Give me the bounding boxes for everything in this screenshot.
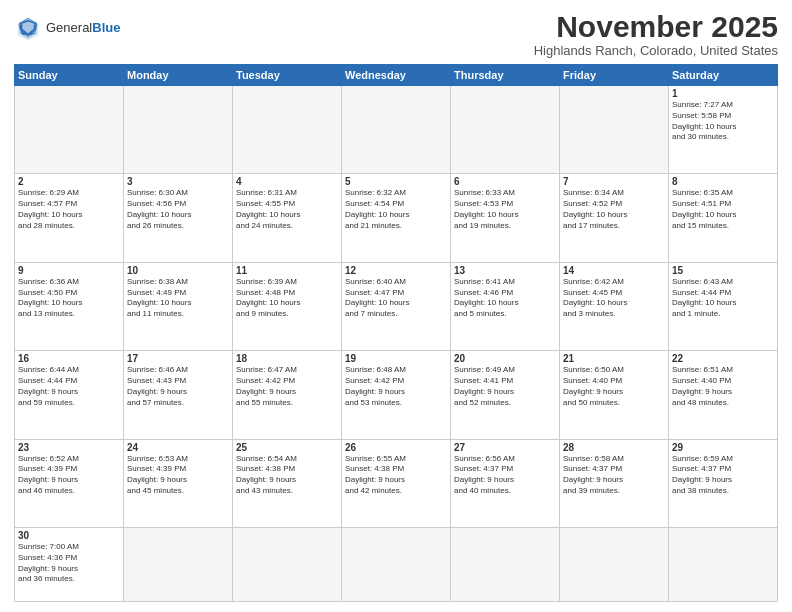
day-number: 18 (236, 353, 338, 364)
day-info: Sunrise: 6:29 AM Sunset: 4:57 PM Dayligh… (18, 188, 120, 231)
calendar-cell: 10Sunrise: 6:38 AM Sunset: 4:49 PM Dayli… (124, 262, 233, 350)
day-info: Sunrise: 6:30 AM Sunset: 4:56 PM Dayligh… (127, 188, 229, 231)
calendar-cell: 15Sunrise: 6:43 AM Sunset: 4:44 PM Dayli… (669, 262, 778, 350)
day-number: 21 (563, 353, 665, 364)
calendar-cell: 20Sunrise: 6:49 AM Sunset: 4:41 PM Dayli… (451, 351, 560, 439)
calendar-header-thursday: Thursday (451, 65, 560, 86)
calendar-cell (560, 86, 669, 174)
day-number: 6 (454, 176, 556, 187)
calendar-cell: 18Sunrise: 6:47 AM Sunset: 4:42 PM Dayli… (233, 351, 342, 439)
day-number: 3 (127, 176, 229, 187)
day-number: 10 (127, 265, 229, 276)
day-number: 27 (454, 442, 556, 453)
calendar-cell: 3Sunrise: 6:30 AM Sunset: 4:56 PM Daylig… (124, 174, 233, 262)
day-info: Sunrise: 6:36 AM Sunset: 4:50 PM Dayligh… (18, 277, 120, 320)
title-area: November 2025 Highlands Ranch, Colorado,… (534, 10, 778, 58)
calendar-cell: 5Sunrise: 6:32 AM Sunset: 4:54 PM Daylig… (342, 174, 451, 262)
day-info: Sunrise: 6:32 AM Sunset: 4:54 PM Dayligh… (345, 188, 447, 231)
calendar-header-saturday: Saturday (669, 65, 778, 86)
calendar-cell: 4Sunrise: 6:31 AM Sunset: 4:55 PM Daylig… (233, 174, 342, 262)
calendar-week-row: 2Sunrise: 6:29 AM Sunset: 4:57 PM Daylig… (15, 174, 778, 262)
day-info: Sunrise: 6:47 AM Sunset: 4:42 PM Dayligh… (236, 365, 338, 408)
day-info: Sunrise: 7:27 AM Sunset: 5:58 PM Dayligh… (672, 100, 774, 143)
day-number: 28 (563, 442, 665, 453)
calendar-cell: 7Sunrise: 6:34 AM Sunset: 4:52 PM Daylig… (560, 174, 669, 262)
day-info: Sunrise: 6:51 AM Sunset: 4:40 PM Dayligh… (672, 365, 774, 408)
calendar-cell: 2Sunrise: 6:29 AM Sunset: 4:57 PM Daylig… (15, 174, 124, 262)
day-number: 25 (236, 442, 338, 453)
calendar-cell: 17Sunrise: 6:46 AM Sunset: 4:43 PM Dayli… (124, 351, 233, 439)
calendar-week-row: 23Sunrise: 6:52 AM Sunset: 4:39 PM Dayli… (15, 439, 778, 527)
calendar-cell: 19Sunrise: 6:48 AM Sunset: 4:42 PM Dayli… (342, 351, 451, 439)
day-info: Sunrise: 6:43 AM Sunset: 4:44 PM Dayligh… (672, 277, 774, 320)
day-info: Sunrise: 6:38 AM Sunset: 4:49 PM Dayligh… (127, 277, 229, 320)
day-info: Sunrise: 6:55 AM Sunset: 4:38 PM Dayligh… (345, 454, 447, 497)
day-number: 17 (127, 353, 229, 364)
page: GeneralBlue November 2025 Highlands Ranc… (0, 0, 792, 612)
calendar-cell: 26Sunrise: 6:55 AM Sunset: 4:38 PM Dayli… (342, 439, 451, 527)
calendar-week-row: 30Sunrise: 7:00 AM Sunset: 4:36 PM Dayli… (15, 528, 778, 602)
calendar-cell: 24Sunrise: 6:53 AM Sunset: 4:39 PM Dayli… (124, 439, 233, 527)
calendar-header-tuesday: Tuesday (233, 65, 342, 86)
day-info: Sunrise: 6:48 AM Sunset: 4:42 PM Dayligh… (345, 365, 447, 408)
day-number: 13 (454, 265, 556, 276)
calendar-cell (233, 86, 342, 174)
day-info: Sunrise: 6:34 AM Sunset: 4:52 PM Dayligh… (563, 188, 665, 231)
calendar-week-row: 1Sunrise: 7:27 AM Sunset: 5:58 PM Daylig… (15, 86, 778, 174)
day-number: 12 (345, 265, 447, 276)
logo: GeneralBlue (14, 14, 120, 42)
day-info: Sunrise: 6:49 AM Sunset: 4:41 PM Dayligh… (454, 365, 556, 408)
calendar-header-sunday: Sunday (15, 65, 124, 86)
calendar-cell: 27Sunrise: 6:56 AM Sunset: 4:37 PM Dayli… (451, 439, 560, 527)
calendar-cell: 1Sunrise: 7:27 AM Sunset: 5:58 PM Daylig… (669, 86, 778, 174)
calendar-cell (233, 528, 342, 602)
calendar-cell: 14Sunrise: 6:42 AM Sunset: 4:45 PM Dayli… (560, 262, 669, 350)
calendar-cell: 9Sunrise: 6:36 AM Sunset: 4:50 PM Daylig… (15, 262, 124, 350)
calendar-cell (451, 528, 560, 602)
day-info: Sunrise: 6:46 AM Sunset: 4:43 PM Dayligh… (127, 365, 229, 408)
calendar-cell: 29Sunrise: 6:59 AM Sunset: 4:37 PM Dayli… (669, 439, 778, 527)
day-info: Sunrise: 6:35 AM Sunset: 4:51 PM Dayligh… (672, 188, 774, 231)
header: GeneralBlue November 2025 Highlands Ranc… (14, 10, 778, 58)
day-number: 4 (236, 176, 338, 187)
calendar-week-row: 9Sunrise: 6:36 AM Sunset: 4:50 PM Daylig… (15, 262, 778, 350)
day-number: 20 (454, 353, 556, 364)
day-info: Sunrise: 6:52 AM Sunset: 4:39 PM Dayligh… (18, 454, 120, 497)
day-info: Sunrise: 6:41 AM Sunset: 4:46 PM Dayligh… (454, 277, 556, 320)
calendar-cell (124, 528, 233, 602)
day-number: 2 (18, 176, 120, 187)
logo-icon (14, 14, 42, 42)
day-info: Sunrise: 7:00 AM Sunset: 4:36 PM Dayligh… (18, 542, 120, 585)
day-info: Sunrise: 6:40 AM Sunset: 4:47 PM Dayligh… (345, 277, 447, 320)
calendar-cell: 13Sunrise: 6:41 AM Sunset: 4:46 PM Dayli… (451, 262, 560, 350)
day-info: Sunrise: 6:44 AM Sunset: 4:44 PM Dayligh… (18, 365, 120, 408)
day-number: 9 (18, 265, 120, 276)
day-number: 11 (236, 265, 338, 276)
day-number: 30 (18, 530, 120, 541)
day-info: Sunrise: 6:56 AM Sunset: 4:37 PM Dayligh… (454, 454, 556, 497)
calendar-header-monday: Monday (124, 65, 233, 86)
day-number: 26 (345, 442, 447, 453)
day-info: Sunrise: 6:50 AM Sunset: 4:40 PM Dayligh… (563, 365, 665, 408)
calendar-cell: 21Sunrise: 6:50 AM Sunset: 4:40 PM Dayli… (560, 351, 669, 439)
calendar-cell (15, 86, 124, 174)
day-number: 1 (672, 88, 774, 99)
day-info: Sunrise: 6:39 AM Sunset: 4:48 PM Dayligh… (236, 277, 338, 320)
day-info: Sunrise: 6:58 AM Sunset: 4:37 PM Dayligh… (563, 454, 665, 497)
day-number: 16 (18, 353, 120, 364)
day-info: Sunrise: 6:42 AM Sunset: 4:45 PM Dayligh… (563, 277, 665, 320)
calendar-cell (560, 528, 669, 602)
calendar-cell: 8Sunrise: 6:35 AM Sunset: 4:51 PM Daylig… (669, 174, 778, 262)
day-number: 29 (672, 442, 774, 453)
calendar-cell: 6Sunrise: 6:33 AM Sunset: 4:53 PM Daylig… (451, 174, 560, 262)
day-number: 22 (672, 353, 774, 364)
calendar-cell (451, 86, 560, 174)
day-number: 24 (127, 442, 229, 453)
day-info: Sunrise: 6:59 AM Sunset: 4:37 PM Dayligh… (672, 454, 774, 497)
day-number: 7 (563, 176, 665, 187)
day-number: 8 (672, 176, 774, 187)
calendar-week-row: 16Sunrise: 6:44 AM Sunset: 4:44 PM Dayli… (15, 351, 778, 439)
calendar-cell (342, 528, 451, 602)
calendar-cell: 25Sunrise: 6:54 AM Sunset: 4:38 PM Dayli… (233, 439, 342, 527)
calendar-cell: 23Sunrise: 6:52 AM Sunset: 4:39 PM Dayli… (15, 439, 124, 527)
